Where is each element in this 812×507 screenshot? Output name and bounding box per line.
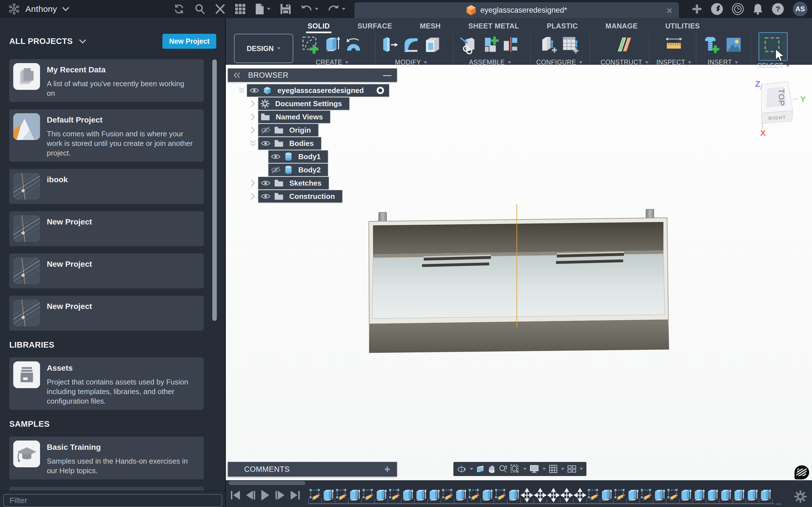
visibility-eye-icon[interactable] [249, 87, 259, 94]
sketch-feature-icon[interactable] [441, 488, 454, 502]
new-file-caret[interactable] [267, 8, 270, 10]
chevron-collapsed-icon[interactable] [248, 179, 258, 187]
create-sketch-icon[interactable] [301, 35, 320, 55]
timeline-feature[interactable] [666, 488, 679, 503]
configuration-table-icon[interactable] [560, 35, 580, 55]
extrude-feature-icon[interactable] [507, 488, 520, 502]
configure-icon[interactable] [539, 35, 558, 55]
timeline-feature[interactable] [480, 488, 494, 503]
sync-icon[interactable] [173, 3, 185, 15]
chevron-down-icon[interactable] [62, 7, 69, 11]
undo-icon[interactable] [301, 4, 318, 14]
undo-caret[interactable] [315, 8, 318, 10]
timeline-feature[interactable] [520, 488, 534, 503]
tab-utilities[interactable]: UTILITIES [664, 21, 702, 31]
extrude-feature-icon[interactable] [600, 488, 613, 502]
project-card[interactable]: My Recent Data A list of what you've rec… [9, 59, 204, 102]
press-pull-icon[interactable] [380, 35, 399, 55]
timeline-feature[interactable] [414, 488, 427, 503]
timeline-feature[interactable] [427, 488, 441, 503]
tab-mesh[interactable]: MESH [418, 21, 442, 31]
assemble-caret[interactable] [508, 61, 511, 64]
sketch-feature-icon[interactable] [640, 488, 652, 502]
go-to-end-button[interactable] [291, 491, 300, 500]
timeline-feature[interactable] [679, 488, 693, 503]
modify-label[interactable]: MODIFY [395, 59, 421, 66]
construct-caret[interactable] [645, 61, 649, 64]
project-card[interactable]: ibook [9, 169, 204, 204]
timeline-feature[interactable] [388, 488, 401, 503]
timeline-feature[interactable] [732, 488, 746, 503]
timeline-feature[interactable] [534, 488, 547, 503]
measure-icon[interactable] [664, 35, 683, 55]
browser-row-label[interactable]: Bodies [289, 139, 314, 148]
sketch-feature-icon[interactable] [494, 488, 507, 502]
pan-icon[interactable] [488, 463, 496, 475]
sketch-feature-icon[interactable] [309, 488, 321, 502]
visibility-eye-icon[interactable] [271, 153, 281, 160]
close-icon[interactable] [215, 4, 225, 14]
sample-card[interactable]: CAM Samples [9, 487, 204, 491]
collapse-panel-icon[interactable] [234, 72, 241, 78]
extrude-feature-icon[interactable] [653, 488, 666, 502]
browser-row-label[interactable]: Construction [289, 192, 335, 201]
insert-derive-icon[interactable] [459, 35, 478, 55]
sketch-feature-icon[interactable] [468, 488, 480, 502]
timeline-feature[interactable] [626, 488, 640, 503]
all-projects-header[interactable]: ALL PROJECTS [9, 37, 86, 46]
timeline-feature[interactable] [573, 488, 587, 503]
sketch-feature-icon[interactable] [362, 488, 374, 502]
browser-row-label[interactable]: Body2 [298, 166, 320, 174]
timeline-feature[interactable] [600, 488, 613, 503]
orbit-caret[interactable] [470, 468, 473, 470]
move-feature-icon[interactable] [547, 488, 560, 502]
timeline-feature[interactable] [746, 488, 759, 503]
look-at-icon[interactable] [476, 463, 485, 474]
save-icon[interactable] [280, 3, 291, 15]
job-status-icon[interactable] [732, 3, 744, 15]
tab-solid[interactable]: SOLID [306, 21, 332, 31]
visibility-eye-off-icon[interactable] [260, 126, 271, 134]
browser-row-label[interactable]: Origin [289, 126, 311, 135]
grid-display-caret[interactable] [561, 468, 564, 470]
timeline-feature[interactable] [321, 488, 335, 503]
move-feature-icon[interactable] [560, 488, 573, 502]
search-icon[interactable] [194, 3, 206, 15]
browser-row[interactable]: Document Settings [248, 98, 397, 110]
timeline-feature[interactable] [441, 488, 454, 503]
timeline-feature[interactable] [348, 488, 361, 503]
library-card[interactable]: Assets Project that contains assets used… [9, 357, 204, 410]
sketch-feature-icon[interactable] [335, 488, 348, 502]
create-caret[interactable] [345, 61, 349, 64]
extrude-feature-icon[interactable] [415, 488, 427, 502]
configure-caret[interactable] [579, 61, 582, 64]
create-label[interactable]: CREATE [316, 59, 342, 66]
move-feature-icon[interactable] [534, 488, 546, 502]
go-to-start-button[interactable] [231, 491, 240, 500]
timeline-feature[interactable] [560, 488, 573, 503]
shell-icon[interactable] [423, 35, 442, 55]
inspect-caret[interactable] [688, 61, 691, 64]
timeline-feature[interactable] [361, 488, 374, 503]
revolve-icon[interactable] [344, 35, 363, 55]
chevron-expanded-icon[interactable] [236, 87, 247, 94]
project-card[interactable]: New Project [9, 211, 204, 246]
new-tab-icon[interactable] [692, 4, 702, 14]
redo-icon[interactable] [328, 4, 345, 14]
tab-plastic[interactable]: PLASTIC [545, 21, 579, 31]
extrude-feature-icon[interactable] [322, 488, 335, 502]
extrude-feature-icon[interactable] [706, 488, 719, 502]
sketch-feature-icon[interactable] [613, 488, 626, 502]
visibility-eye-icon[interactable] [260, 179, 271, 187]
timeline-feature[interactable] [693, 488, 706, 503]
browser-row-label[interactable]: Body1 [298, 152, 320, 161]
tab-sheet-metal[interactable]: SHEET METAL [467, 21, 521, 31]
new-component-icon[interactable] [480, 35, 500, 55]
display-settings-caret[interactable] [543, 468, 546, 470]
redo-caret[interactable] [342, 8, 345, 10]
timeline-feature[interactable] [454, 488, 467, 503]
browser-row[interactable]: Named Views [248, 111, 397, 123]
viewports-icon[interactable] [567, 463, 576, 474]
joint-icon[interactable] [502, 35, 521, 55]
add-comment-icon[interactable]: + [384, 463, 390, 475]
